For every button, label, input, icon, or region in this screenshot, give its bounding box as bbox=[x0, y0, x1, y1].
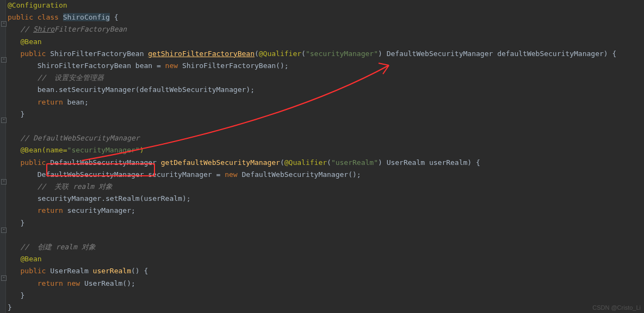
comment: // 关联 realm 对象 bbox=[38, 182, 113, 191]
source-code[interactable]: @Configuration public class ShiroConfig … bbox=[8, 0, 616, 313]
annotation-configuration: @Configuration bbox=[8, 1, 67, 9]
fold-marker[interactable] bbox=[1, 179, 7, 185]
class-name: ShiroConfig bbox=[63, 13, 110, 21]
fold-marker[interactable] bbox=[1, 21, 7, 27]
annotation-bean: @Bean bbox=[20, 38, 41, 46]
comment: // DefaultWebSecurityManager bbox=[20, 134, 139, 142]
fold-marker[interactable] bbox=[1, 275, 7, 281]
method-name: getDefaultWebSecurityManager bbox=[161, 158, 280, 167]
comment: // 创建 realm 对象 bbox=[20, 243, 95, 251]
fold-marker[interactable] bbox=[1, 57, 7, 63]
editor-gutter bbox=[0, 0, 6, 313]
method-name: userRealm bbox=[93, 267, 131, 275]
watermark: CSDN @Cristo_Li bbox=[592, 304, 641, 311]
annotation-bean: @Bean bbox=[20, 255, 41, 263]
code-editor[interactable]: @Configuration public class ShiroConfig … bbox=[0, 0, 644, 313]
fold-marker[interactable] bbox=[1, 118, 7, 123]
comment: // ShiroFilterFactoryBean bbox=[20, 25, 127, 33]
comment: // 设置安全管理器 bbox=[38, 73, 104, 82]
fold-marker[interactable] bbox=[1, 228, 7, 233]
annotation-bean-named: @Bean(name="securityManager") bbox=[20, 146, 144, 154]
method-name: getShiroFilterFactoryBean bbox=[148, 50, 255, 58]
